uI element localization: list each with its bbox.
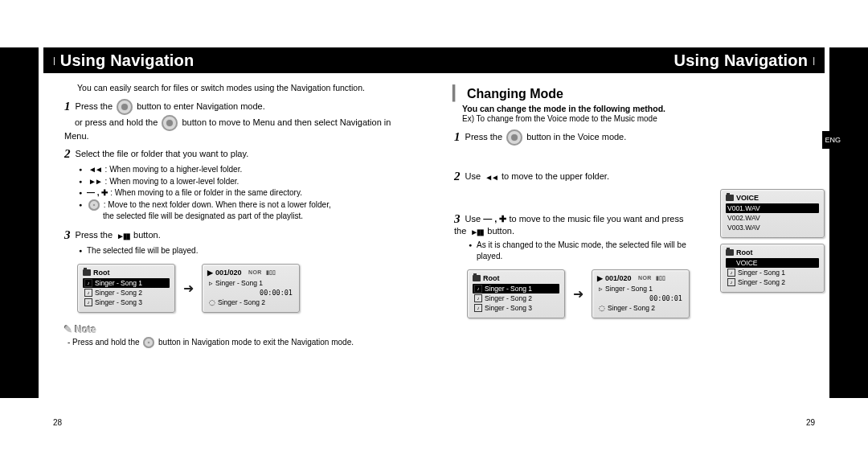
row-text: V002.WAV — [727, 214, 760, 222]
screen-title: Root — [83, 269, 170, 277]
bullet: — , ✚ : When moving to a file or folder … — [79, 187, 409, 199]
step1-text-b: button to enter Navigation mode. — [137, 101, 265, 111]
screen-title: ▶001/020 NOR ▮▯▯ — [207, 269, 294, 277]
bullet-text: : When moving to a lower-level folder. — [105, 177, 240, 186]
row-text: Singer - Song 3 — [485, 304, 532, 312]
note-icon: ♪ — [84, 298, 92, 306]
screens-row: Root ♪Singer - Song 1 ♪Singer - Song 2 ♪… — [77, 264, 409, 313]
folder-icon — [726, 195, 734, 201]
step1-text-c: or press and hold the — [75, 117, 158, 127]
folder-icon — [473, 275, 481, 281]
step1r-b: button in the Voice mode. — [526, 132, 626, 142]
screen-title: ▶001/020 NOR ▮▯▯ — [597, 274, 684, 282]
bullet-subtext: the selected file will be designated as … — [87, 211, 409, 222]
step-number: 3 — [64, 228, 71, 241]
screen-row: ▹Singer - Song 1 — [207, 278, 294, 288]
screen-title: VOICE — [726, 194, 819, 202]
row-text: VOICE — [736, 259, 757, 267]
rewind-icon: ◄◄ — [485, 173, 497, 182]
row-text: Singer - Song 1 — [485, 285, 532, 293]
row-text: Singer - Song 3 — [95, 298, 142, 306]
status-text: NOR — [638, 275, 651, 281]
nav-button-icon — [162, 115, 178, 131]
step-3: 3 Press the ►▮▮ button. — [64, 228, 409, 242]
bullet: : Move to the next folder down. When the… — [79, 199, 409, 223]
step3r-bullets: As it is changed to the Music mode, the … — [452, 240, 690, 263]
step-number: 2 — [64, 147, 71, 160]
queue-icon: ◌ — [209, 298, 215, 306]
language-tab: ENG — [822, 131, 843, 149]
screen-title-text: Root — [736, 248, 753, 257]
folder-icon — [83, 269, 91, 276]
page-number-right: 29 — [806, 418, 815, 427]
screen-row: V003.WAV — [726, 223, 819, 232]
play-pause-icon: ►▮▮ — [117, 232, 129, 240]
play-pause-icon: ►▮▮ — [470, 228, 483, 236]
screens-row: Root ♪Singer - Song 1 ♪Singer - Song 2 ♪… — [467, 269, 690, 318]
step3r-c: button. — [487, 226, 514, 236]
battery-icon: ▮▯▯ — [654, 275, 666, 281]
screen-row: ◌Singer - Song 2 — [597, 303, 684, 313]
row-text: Singer - Song 2 — [95, 289, 142, 297]
screen-row: ♪Singer - Song 1 — [726, 268, 819, 277]
step-2: 2 Select the file or folder that you wan… — [64, 147, 409, 161]
screen-row: ♪Singer - Song 2 — [83, 288, 170, 298]
minus-plus-icon: — , ✚ — [483, 214, 509, 224]
screen-row: ♪Singer - Song 2 — [726, 277, 819, 287]
note-line: - Press and hold the button in Navigatio… — [68, 337, 409, 348]
rewind-icon: ◄◄ — [88, 164, 101, 176]
step3-bullets: The selected file will be played. — [63, 245, 409, 257]
screen-row: VOICE — [726, 258, 819, 268]
screen-row: ♪Singer - Song 2 — [473, 293, 559, 303]
note-icon: ♪ — [474, 304, 482, 312]
nav-button-icon — [117, 99, 133, 115]
nav-button-icon — [143, 337, 154, 348]
bullet-text: The selected file will be played. — [87, 246, 198, 255]
bold-line: You can change the mode in the following… — [462, 104, 690, 113]
step-3r: 3 Use — , ✚ to move to the music file yo… — [454, 212, 690, 236]
header-title-right: Using Navigation — [674, 51, 809, 70]
minus-plus-icon: — , ✚ — [87, 188, 108, 197]
note-icon: ♪ — [727, 269, 735, 277]
row-text: V001.WAV — [727, 204, 760, 212]
bullet: The selected file will be played. — [79, 245, 409, 257]
note-a: Press and hold the — [72, 337, 139, 346]
screen-root-voice: Root VOICE ♪Singer - Song 1 ♪Singer - So… — [720, 244, 825, 293]
intro-text: You can easily search for files or switc… — [77, 83, 409, 92]
note-icon: ♪ — [84, 289, 92, 297]
step-2r: 2 Use ◄◄ to move to the upper folder. — [454, 170, 690, 183]
spread: | Using Navigation You can easily search… — [39, 47, 829, 432]
step2r-a: Use — [465, 171, 481, 181]
step1r-a: Press the — [465, 132, 502, 142]
note-heading: ✎ Note — [64, 324, 409, 335]
row-text: V003.WAV — [727, 224, 760, 232]
step3r-a: Use — [465, 214, 481, 224]
screen-play: ▶001/020 NOR ▮▯▯ ▹Singer - Song 1 00:00:… — [592, 269, 690, 318]
row-text: Singer - Song 1 — [738, 269, 785, 277]
screen-play: ▶001/020 NOR ▮▯▯ ▹Singer - Song 1 00:00:… — [202, 264, 300, 313]
step-number: 1 — [454, 130, 461, 143]
play-indicator-icon: ▹ — [599, 285, 603, 293]
screen-voice: VOICE V001.WAV V002.WAV V003.WAV — [720, 189, 825, 238]
counter-text: 001/020 — [605, 274, 632, 282]
status-text: NOR — [248, 269, 261, 275]
screen-root: Root ♪Singer - Song 1 ♪Singer - Song 2 ♪… — [77, 264, 175, 313]
step1-text-a: Press the — [76, 101, 113, 111]
battery-icon: ▮▯▯ — [264, 269, 276, 276]
bullet: ◄◄ : When moving to a higher-level folde… — [79, 164, 409, 176]
screen-title: Root — [726, 248, 819, 257]
note-icon: ♪ — [84, 279, 92, 287]
step2-bullets: ◄◄ : When moving to a higher-level folde… — [63, 164, 409, 222]
screen-row: ♪Singer - Song 1 — [473, 284, 559, 293]
page: | Using Navigation You can easily search… — [0, 0, 868, 472]
screen-title-text: VOICE — [736, 194, 759, 202]
bullet-text: : When moving to a file or folder in the… — [110, 188, 302, 197]
step3-b: button. — [133, 230, 161, 240]
bullet: As it is changed to the Music mode, the … — [469, 240, 690, 263]
play-indicator-icon: ▹ — [209, 279, 213, 287]
step3-a: Press the — [76, 230, 113, 240]
row-text: Singer - Song 1 — [215, 279, 263, 287]
screen-title: Root — [473, 274, 559, 282]
screen-root-songs: Root ♪Singer - Song 1 ♪Singer - Song 2 ♪… — [467, 269, 565, 318]
note-icon: ♪ — [474, 285, 482, 293]
